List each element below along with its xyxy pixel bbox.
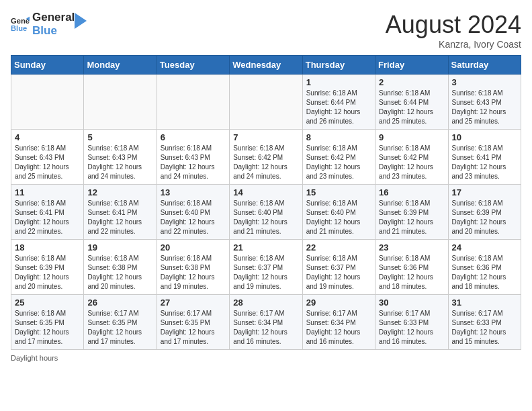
calendar-day-header: Monday	[84, 56, 157, 75]
day-number: 21	[233, 242, 298, 253]
calendar-day-cell: 9Sunrise: 6:18 AMSunset: 6:42 PMDaylight…	[375, 130, 448, 185]
day-info: Sunrise: 6:18 AMSunset: 6:43 PMDaylight:…	[87, 144, 152, 181]
day-number: 8	[306, 132, 371, 142]
location-label: Kanzra, Ivory Coast	[386, 39, 521, 50]
calendar-day-cell: 23Sunrise: 6:18 AMSunset: 6:36 PMDayligh…	[375, 240, 448, 295]
day-info: Sunrise: 6:18 AMSunset: 6:36 PMDaylight:…	[379, 254, 444, 291]
day-number: 7	[233, 132, 298, 142]
day-info: Sunrise: 6:18 AMSunset: 6:37 PMDaylight:…	[233, 254, 298, 291]
day-number: 30	[379, 298, 444, 308]
day-info: Sunrise: 6:17 AMSunset: 6:33 PMDaylight:…	[379, 309, 444, 347]
day-number: 19	[87, 242, 152, 253]
day-number: 18	[15, 242, 80, 253]
day-info: Sunrise: 6:17 AMSunset: 6:35 PMDaylight:…	[87, 309, 152, 347]
calendar-day-cell: 2Sunrise: 6:18 AMSunset: 6:44 PMDaylight…	[375, 75, 448, 130]
day-info: Sunrise: 6:18 AMSunset: 6:41 PMDaylight:…	[452, 144, 517, 181]
svg-marker-3	[75, 13, 87, 29]
calendar-day-cell: 6Sunrise: 6:18 AMSunset: 6:43 PMDaylight…	[157, 130, 229, 185]
day-info: Sunrise: 6:18 AMSunset: 6:36 PMDaylight:…	[452, 254, 517, 291]
logo-arrow-icon	[75, 13, 87, 32]
day-info: Sunrise: 6:18 AMSunset: 6:38 PMDaylight:…	[161, 254, 226, 291]
calendar-day-cell: 13Sunrise: 6:18 AMSunset: 6:40 PMDayligh…	[157, 185, 229, 240]
calendar-day-cell: 20Sunrise: 6:18 AMSunset: 6:38 PMDayligh…	[157, 240, 229, 295]
calendar-day-cell: 1Sunrise: 6:18 AMSunset: 6:44 PMDaylight…	[302, 75, 375, 130]
calendar-day-header: Friday	[375, 56, 448, 75]
calendar-day-cell: 16Sunrise: 6:18 AMSunset: 6:39 PMDayligh…	[375, 185, 448, 240]
day-info: Sunrise: 6:17 AMSunset: 6:34 PMDaylight:…	[233, 309, 298, 347]
calendar-day-cell: 22Sunrise: 6:18 AMSunset: 6:37 PMDayligh…	[302, 240, 375, 295]
calendar-day-cell: 5Sunrise: 6:18 AMSunset: 6:43 PMDaylight…	[84, 130, 157, 185]
calendar-day-cell: 10Sunrise: 6:18 AMSunset: 6:41 PMDayligh…	[448, 130, 521, 185]
day-number: 24	[452, 242, 517, 253]
day-number: 1	[306, 77, 371, 87]
calendar-header-row: SundayMondayTuesdayWednesdayThursdayFrid…	[11, 56, 521, 75]
calendar-day-header: Sunday	[11, 56, 84, 75]
calendar-day-cell: 24Sunrise: 6:18 AMSunset: 6:36 PMDayligh…	[448, 240, 521, 295]
day-info: Sunrise: 6:17 AMSunset: 6:33 PMDaylight:…	[452, 309, 517, 347]
day-info: Sunrise: 6:18 AMSunset: 6:43 PMDaylight:…	[15, 144, 80, 181]
day-number: 6	[161, 132, 226, 142]
day-number: 23	[379, 242, 444, 253]
calendar-day-cell: 26Sunrise: 6:17 AMSunset: 6:35 PMDayligh…	[84, 295, 157, 350]
day-number: 14	[233, 187, 298, 197]
calendar-week-row: 11Sunrise: 6:18 AMSunset: 6:41 PMDayligh…	[11, 185, 521, 240]
day-info: Sunrise: 6:18 AMSunset: 6:42 PMDaylight:…	[306, 144, 371, 181]
day-info: Sunrise: 6:18 AMSunset: 6:41 PMDaylight:…	[87, 199, 152, 236]
svg-text:General: General	[11, 17, 30, 25]
calendar-week-row: 25Sunrise: 6:18 AMSunset: 6:35 PMDayligh…	[11, 295, 521, 350]
calendar-day-cell: 8Sunrise: 6:18 AMSunset: 6:42 PMDaylight…	[302, 130, 375, 185]
day-number: 9	[379, 132, 444, 142]
day-number: 15	[306, 187, 371, 197]
day-info: Sunrise: 6:17 AMSunset: 6:35 PMDaylight:…	[161, 309, 226, 347]
day-number: 2	[379, 77, 444, 87]
calendar-table: SundayMondayTuesdayWednesdayThursdayFrid…	[11, 55, 521, 350]
calendar-day-cell: 15Sunrise: 6:18 AMSunset: 6:40 PMDayligh…	[302, 185, 375, 240]
calendar-week-row: 18Sunrise: 6:18 AMSunset: 6:39 PMDayligh…	[11, 240, 521, 295]
day-number: 5	[87, 132, 152, 142]
calendar-day-cell	[11, 75, 84, 130]
day-number: 31	[452, 298, 517, 308]
calendar-day-cell: 4Sunrise: 6:18 AMSunset: 6:43 PMDaylight…	[11, 130, 84, 185]
calendar-day-cell	[84, 75, 157, 130]
day-number: 4	[15, 132, 80, 142]
day-number: 10	[452, 132, 517, 142]
day-number: 25	[15, 298, 80, 308]
day-info: Sunrise: 6:18 AMSunset: 6:39 PMDaylight:…	[379, 199, 444, 236]
calendar-day-cell: 11Sunrise: 6:18 AMSunset: 6:41 PMDayligh…	[11, 185, 84, 240]
calendar-day-cell: 27Sunrise: 6:17 AMSunset: 6:35 PMDayligh…	[157, 295, 229, 350]
day-number: 11	[15, 187, 80, 197]
day-info: Sunrise: 6:17 AMSunset: 6:34 PMDaylight:…	[306, 309, 371, 347]
calendar-day-cell: 28Sunrise: 6:17 AMSunset: 6:34 PMDayligh…	[230, 295, 302, 350]
day-info: Sunrise: 6:18 AMSunset: 6:43 PMDaylight:…	[452, 89, 517, 126]
day-info: Sunrise: 6:18 AMSunset: 6:40 PMDaylight:…	[161, 199, 226, 236]
day-info: Sunrise: 6:18 AMSunset: 6:35 PMDaylight:…	[15, 309, 80, 347]
title-area: August 2024 Kanzra, Ivory Coast	[386, 11, 521, 50]
footer-note: Daylight hours	[11, 354, 521, 362]
day-number: 22	[306, 242, 371, 253]
svg-text:Blue: Blue	[11, 24, 27, 32]
logo-text-general: General	[32, 11, 75, 24]
day-info: Sunrise: 6:18 AMSunset: 6:42 PMDaylight:…	[379, 144, 444, 181]
calendar-day-cell	[230, 75, 302, 130]
day-number: 27	[161, 298, 226, 308]
day-number: 3	[452, 77, 517, 87]
calendar-day-cell: 12Sunrise: 6:18 AMSunset: 6:41 PMDayligh…	[84, 185, 157, 240]
day-info: Sunrise: 6:18 AMSunset: 6:41 PMDaylight:…	[15, 199, 80, 236]
day-number: 17	[452, 187, 517, 197]
calendar-day-cell: 17Sunrise: 6:18 AMSunset: 6:39 PMDayligh…	[448, 185, 521, 240]
day-info: Sunrise: 6:18 AMSunset: 6:37 PMDaylight:…	[306, 254, 371, 291]
logo-icon: General Blue	[11, 15, 30, 34]
day-info: Sunrise: 6:18 AMSunset: 6:38 PMDaylight:…	[87, 254, 152, 291]
day-info: Sunrise: 6:18 AMSunset: 6:40 PMDaylight:…	[233, 199, 298, 236]
day-number: 29	[306, 298, 371, 308]
page-header: General Blue General Blue August 2024 Ka…	[11, 11, 521, 50]
day-info: Sunrise: 6:18 AMSunset: 6:44 PMDaylight:…	[306, 89, 371, 126]
calendar-day-cell: 18Sunrise: 6:18 AMSunset: 6:39 PMDayligh…	[11, 240, 84, 295]
calendar-day-cell: 19Sunrise: 6:18 AMSunset: 6:38 PMDayligh…	[84, 240, 157, 295]
day-number: 12	[87, 187, 152, 197]
calendar-week-row: 1Sunrise: 6:18 AMSunset: 6:44 PMDaylight…	[11, 75, 521, 130]
calendar-day-header: Thursday	[302, 56, 375, 75]
calendar-day-cell: 29Sunrise: 6:17 AMSunset: 6:34 PMDayligh…	[302, 295, 375, 350]
calendar-day-header: Saturday	[448, 56, 521, 75]
calendar-day-cell	[157, 75, 229, 130]
